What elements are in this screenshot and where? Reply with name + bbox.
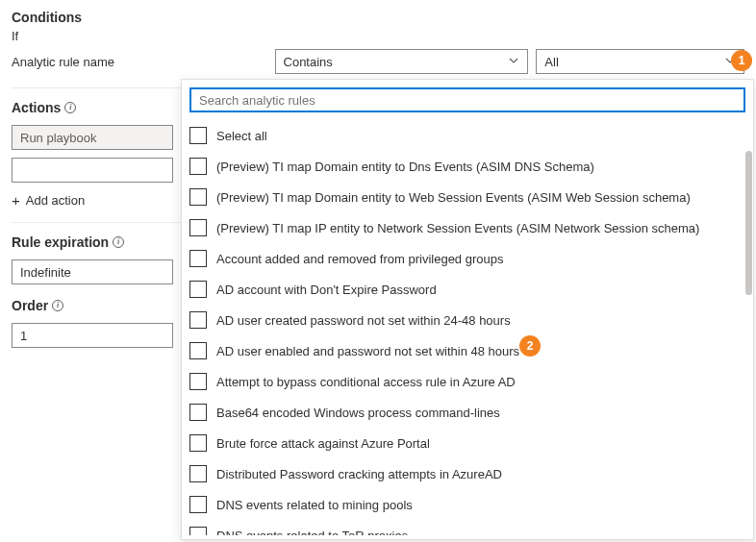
- option-label: Brute force attack against Azure Portal: [216, 436, 430, 451]
- callout-1: 1: [731, 50, 752, 71]
- checkbox[interactable]: [189, 188, 207, 206]
- value-selected: All: [544, 55, 558, 69]
- option-label: Attempt to bypass conditional access rul…: [216, 375, 516, 389]
- option-label: (Preview) TI map Domain entity to Web Se…: [216, 190, 691, 205]
- option-row[interactable]: Base64 encoded Windows process command-l…: [189, 397, 745, 428]
- option-row[interactable]: Distributed Password cracking attempts i…: [189, 458, 745, 489]
- option-row[interactable]: DNS events related to mining pools: [189, 489, 745, 520]
- analytic-rules-dropdown: Select all (Preview) TI map Domain entit…: [181, 79, 754, 540]
- playbook-name-input[interactable]: [12, 158, 173, 183]
- checkbox[interactable]: [189, 250, 207, 267]
- option-label: AD user created password not set within …: [216, 313, 511, 328]
- rule-expiration-text: Rule expiration: [12, 234, 109, 250]
- option-row[interactable]: (Preview) TI map Domain entity to Dns Ev…: [189, 151, 745, 182]
- operator-select[interactable]: Contains: [275, 49, 529, 74]
- order-header: Order i: [12, 298, 63, 313]
- checkbox[interactable]: [189, 342, 207, 359]
- checkbox[interactable]: [189, 281, 207, 298]
- scrollbar-thumb[interactable]: [745, 151, 752, 295]
- chevron-down-icon: [508, 55, 519, 69]
- select-all-option[interactable]: Select all: [189, 120, 745, 151]
- option-row[interactable]: DNS events related to ToR proxies: [189, 520, 745, 535]
- checkbox[interactable]: [189, 127, 207, 144]
- plus-icon: +: [12, 192, 20, 209]
- checkbox[interactable]: [189, 373, 207, 390]
- option-row[interactable]: Account added and removed from privilege…: [189, 243, 745, 274]
- actions-header: Actions i: [12, 100, 76, 115]
- checkbox[interactable]: [189, 219, 207, 236]
- checkbox[interactable]: [189, 465, 207, 482]
- checkbox[interactable]: [189, 527, 207, 535]
- checkbox[interactable]: [189, 311, 207, 329]
- option-row[interactable]: Attempt to bypass conditional access rul…: [189, 366, 745, 397]
- add-action-label: Add action: [26, 193, 85, 208]
- checkbox[interactable]: [189, 434, 207, 452]
- order-text: Order: [12, 298, 48, 313]
- option-label: (Preview) TI map Domain entity to Dns Ev…: [216, 160, 594, 174]
- option-label: Select all: [216, 129, 267, 143]
- option-label: (Preview) TI map IP entity to Network Se…: [216, 221, 699, 235]
- option-row[interactable]: Brute force attack against Azure Portal: [189, 428, 745, 458]
- option-label: AD user enabled and password not set wit…: [216, 344, 519, 358]
- callout-2: 2: [519, 335, 541, 357]
- option-row[interactable]: (Preview) TI map IP entity to Network Se…: [189, 212, 745, 243]
- info-icon[interactable]: i: [64, 102, 76, 113]
- rule-expiration-input[interactable]: [12, 259, 173, 284]
- rule-expiration-header: Rule expiration i: [12, 234, 124, 250]
- conditions-header: Conditions: [12, 10, 744, 25]
- option-row[interactable]: (Preview) TI map Domain entity to Web Se…: [189, 182, 745, 212]
- option-label: Distributed Password cracking attempts i…: [216, 467, 502, 481]
- scrollbar[interactable]: [745, 151, 752, 533]
- operator-value: Contains: [284, 55, 333, 69]
- option-row[interactable]: AD user enabled and password not set wit…: [189, 335, 745, 366]
- run-playbook-select[interactable]: [12, 125, 173, 150]
- if-label: If: [12, 29, 744, 43]
- option-label: AD account with Don't Expire Password: [216, 283, 437, 297]
- condition-field-label: Analytic rule name: [12, 55, 267, 69]
- add-action-button[interactable]: + Add action: [12, 192, 85, 209]
- checkbox[interactable]: [189, 404, 207, 421]
- info-icon[interactable]: i: [113, 236, 124, 248]
- option-label: DNS events related to ToR proxies: [216, 529, 408, 536]
- value-select[interactable]: All: [536, 49, 744, 74]
- order-input[interactable]: [12, 323, 173, 348]
- search-input[interactable]: [189, 87, 745, 112]
- option-label: Base64 encoded Windows process command-l…: [216, 406, 500, 420]
- checkbox[interactable]: [189, 158, 207, 175]
- option-label: DNS events related to mining pools: [216, 498, 413, 512]
- option-row[interactable]: AD user created password not set within …: [189, 305, 745, 335]
- option-row[interactable]: AD account with Don't Expire Password: [189, 274, 745, 305]
- checkbox[interactable]: [189, 496, 207, 513]
- option-label: Account added and removed from privilege…: [216, 252, 503, 266]
- info-icon[interactable]: i: [52, 300, 63, 311]
- actions-header-text: Actions: [12, 100, 61, 115]
